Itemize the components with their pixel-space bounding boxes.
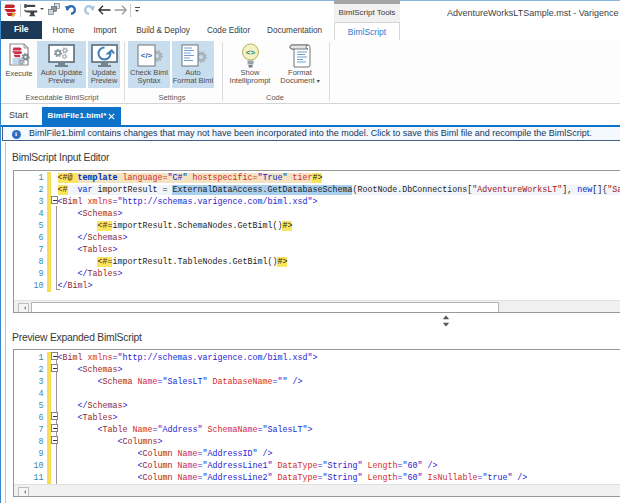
svg-text:</>: </> <box>141 51 153 60</box>
svg-text:<>: <> <box>246 48 256 57</box>
